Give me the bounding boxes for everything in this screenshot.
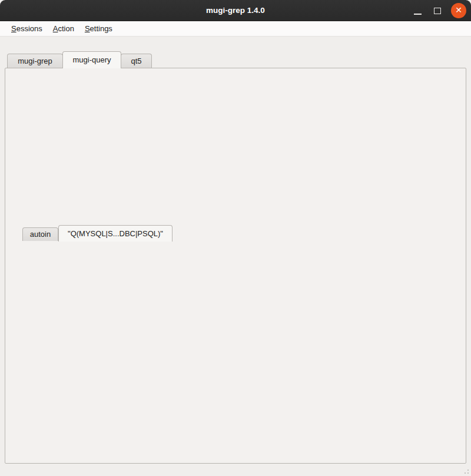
application-window: { "window": { "title": "mugi-grep 1.4.0"… — [0, 0, 471, 476]
tab-qt5[interactable]: qt5 — [121, 54, 152, 68]
close-icon[interactable]: ✕ — [451, 3, 466, 18]
menu-settings[interactable]: Settings — [79, 21, 118, 36]
menu-action[interactable]: Action — [48, 21, 79, 36]
menu-sessions[interactable]: Sessions — [6, 21, 48, 36]
minimize-icon[interactable] — [414, 14, 422, 15]
tab-autoin[interactable]: autoin — [22, 227, 58, 241]
window-title: mugi-grep 1.4.0 — [0, 0, 471, 21]
session-tab-pane — [5, 68, 466, 464]
menubar: Sessions Action Settings — [0, 21, 471, 37]
tab-mugi-query[interactable]: mugi-query — [62, 51, 121, 68]
maximize-icon[interactable] — [434, 8, 441, 14]
tab-current-search[interactable]: "Q(MYSQL|S...DBC|PSQL)" — [58, 225, 173, 242]
resize-grip[interactable] — [463, 468, 469, 474]
tab-mugi-grep[interactable]: mugi-grep — [7, 54, 63, 68]
